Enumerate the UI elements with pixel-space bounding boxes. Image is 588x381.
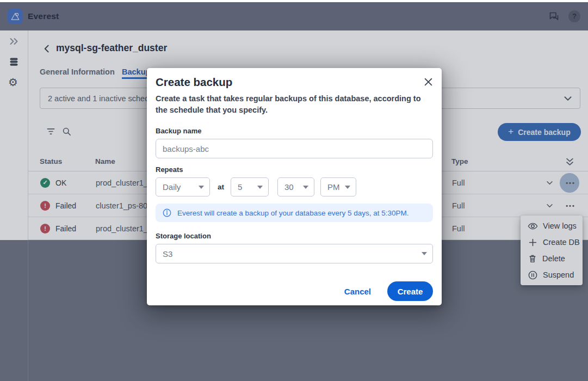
minute-value: 30 (284, 182, 294, 192)
storage-location-label: Storage location (156, 232, 433, 240)
dialog-title: Create backup (156, 76, 232, 89)
hour-value: 5 (238, 182, 242, 192)
storage-location-value: S3 (163, 249, 172, 259)
caret-down-icon (303, 186, 308, 189)
dialog-description: Create a task that takes regular backups… (156, 93, 430, 116)
at-label: at (218, 183, 224, 191)
close-icon[interactable] (424, 77, 433, 87)
repeats-row: Daily at 5 30 PM (156, 177, 433, 196)
caret-down-icon (345, 186, 350, 189)
cancel-button[interactable]: Cancel (344, 287, 371, 296)
caret-down-icon (422, 252, 427, 255)
create-backup-dialog: Create backup Create a task that takes r… (147, 68, 442, 305)
backup-name-input[interactable] (156, 139, 433, 158)
ampm-value: PM (327, 182, 340, 192)
minute-select[interactable]: 30 (277, 177, 314, 196)
caret-down-icon (199, 186, 204, 189)
recurrence-select[interactable]: Daily (156, 177, 210, 196)
caret-down-icon (257, 186, 263, 189)
alert-text: Everest will create a backup of your dat… (177, 209, 408, 217)
info-icon (162, 208, 172, 218)
repeats-label: Repeats (156, 165, 433, 174)
ampm-select[interactable]: PM (320, 177, 356, 196)
everest-app-window: Everest ? ⚙ (0, 0, 588, 381)
create-button[interactable]: Create (387, 281, 433, 301)
hour-select[interactable]: 5 (231, 177, 269, 196)
schedule-info-alert: Everest will create a backup of your dat… (156, 204, 433, 222)
recurrence-value: Daily (163, 182, 181, 192)
window-top-strip (0, 0, 588, 2)
backup-name-label: Backup name (156, 127, 433, 135)
storage-location-select[interactable]: S3 (156, 244, 433, 263)
